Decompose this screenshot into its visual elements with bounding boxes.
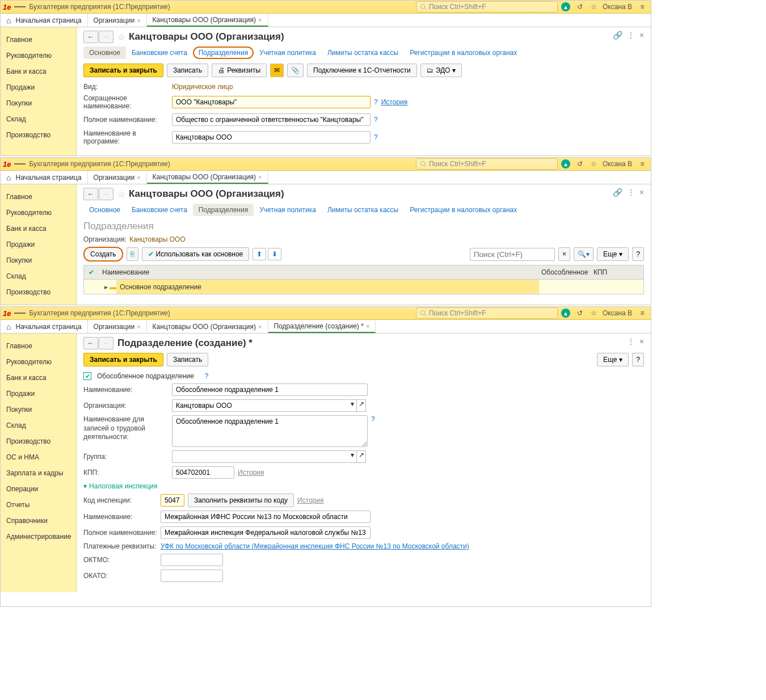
tab-home[interactable]: Начальная страница <box>1 320 88 333</box>
username[interactable]: Оксана В <box>603 3 632 11</box>
subtab-tax[interactable]: Регистрации в налоговых органах <box>404 47 523 59</box>
table-row[interactable]: ▸ ▬ Основное подразделение <box>83 280 644 294</box>
kebab-icon[interactable]: ⋮ <box>627 337 635 346</box>
bell-icon[interactable]: ▲ <box>559 307 572 319</box>
nav-operations[interactable]: Операции <box>6 481 76 497</box>
link-icon[interactable]: 🔗 <box>613 31 622 40</box>
history-icon[interactable]: ↺ <box>574 307 586 319</box>
settings-lines-icon[interactable]: ≡ <box>636 1 649 13</box>
subtab-policy[interactable]: Учетная политика <box>254 47 322 59</box>
star-icon[interactable]: ☆ <box>588 307 600 319</box>
move-up-button[interactable]: ⬆ <box>252 248 266 260</box>
username[interactable]: Оксана В <box>603 309 632 317</box>
nav-production[interactable]: Производство <box>6 127 76 143</box>
favorite-icon[interactable]: ☆ <box>117 32 125 43</box>
save-close-button[interactable]: Записать и закрыть <box>83 64 163 77</box>
copy-button[interactable]: ⎘ <box>127 247 138 261</box>
subtab-bank[interactable]: Банковские счета <box>126 47 193 59</box>
close-icon[interactable]: × <box>258 16 262 23</box>
history-link[interactable]: История <box>297 496 324 504</box>
back-button[interactable]: ← <box>83 188 98 200</box>
nav-sales[interactable]: Продажи <box>6 237 76 252</box>
bell-icon[interactable]: ▲ <box>559 1 572 13</box>
global-search[interactable]: Поиск Ctrl+Shift+F <box>416 1 558 12</box>
close-icon[interactable]: × <box>639 31 644 40</box>
back-button[interactable]: ← <box>83 31 98 43</box>
subtab-policy[interactable]: Учетная политика <box>254 204 322 216</box>
requisites-button[interactable]: 🖨Реквизиты <box>212 64 267 77</box>
subtab-tax[interactable]: Регистрации в налоговых органах <box>404 204 523 216</box>
kebab-icon[interactable]: ⋮ <box>627 188 635 197</box>
name-input[interactable] <box>172 383 368 396</box>
link-icon[interactable]: 🔗 <box>613 188 622 197</box>
nav-stock[interactable]: Склад <box>6 111 76 127</box>
subtab-cash[interactable]: Лимиты остатка кассы <box>322 204 404 216</box>
subtab-cash[interactable]: Лимиты остатка кассы <box>322 47 404 59</box>
tab-home[interactable]: Начальная страница <box>1 171 88 184</box>
close-icon[interactable]: × <box>639 337 644 346</box>
username[interactable]: Оксана В <box>603 160 632 168</box>
col-kpp[interactable]: КПП <box>591 268 643 276</box>
tfull-input[interactable] <box>161 526 371 539</box>
nav-production[interactable]: Производство <box>6 284 76 300</box>
help-icon[interactable]: ? <box>374 133 378 141</box>
oktmo-input[interactable] <box>161 554 223 566</box>
nav-sales[interactable]: Продажи <box>6 79 76 95</box>
close-icon[interactable]: × <box>137 323 140 330</box>
nav-bank[interactable]: Банк и касса <box>6 64 76 79</box>
history-icon[interactable]: ↺ <box>574 158 586 170</box>
tname-input[interactable] <box>161 511 371 523</box>
save-close-button[interactable]: Записать и закрыть <box>83 353 163 366</box>
global-search[interactable]: Поиск Ctrl+Shift+F <box>416 158 558 170</box>
nav-bank[interactable]: Банк и касса <box>6 221 76 237</box>
search-button[interactable]: 🔍▾ <box>574 247 594 261</box>
subtab-main[interactable]: Основное <box>83 204 126 216</box>
nav-sales[interactable]: Продажи <box>6 386 76 402</box>
forward-button[interactable]: → <box>99 188 113 200</box>
help-button[interactable]: ? <box>632 353 644 366</box>
more-button[interactable]: Еще ▾ <box>597 353 629 366</box>
close-icon[interactable]: × <box>258 323 262 330</box>
tab-org-card[interactable]: Канцтовары ООО (Организация)× <box>147 14 268 27</box>
nav-purchases[interactable]: Покупки <box>6 402 76 418</box>
history-icon[interactable]: ↺ <box>574 1 586 13</box>
tab-org-card[interactable]: Канцтовары ООО (Организация)× <box>147 320 268 333</box>
nav-main[interactable]: Главное <box>6 338 76 354</box>
check-column[interactable]: ✔ <box>84 268 99 276</box>
help-icon[interactable]: ? <box>205 372 209 380</box>
tab-home[interactable]: Начальная страница <box>1 14 88 27</box>
col-name[interactable]: Наименование <box>99 268 539 276</box>
open-icon[interactable]: ↗ <box>357 450 366 463</box>
nav-boss[interactable]: Руководителю <box>6 48 76 64</box>
nav-purchases[interactable]: Покупки <box>6 252 76 268</box>
nav-salary[interactable]: Зарплата и кадры <box>6 465 76 481</box>
close-icon[interactable]: × <box>366 323 369 330</box>
bell-icon[interactable]: ▲ <box>559 158 572 170</box>
dropdown-icon[interactable]: ▾ <box>348 450 357 463</box>
kpp-input[interactable] <box>172 466 234 479</box>
close-icon[interactable]: × <box>137 174 140 181</box>
mail-button[interactable]: ✉ <box>270 64 284 77</box>
nav-os[interactable]: ОС и НМА <box>6 449 76 465</box>
nav-purchases[interactable]: Покупки <box>6 95 76 111</box>
nav-catalogs[interactable]: Справочники <box>6 513 76 529</box>
clear-search-button[interactable]: × <box>558 247 570 261</box>
help-icon[interactable]: ? <box>374 116 378 124</box>
tab-organizations[interactable]: Организации× <box>88 171 147 184</box>
code-input[interactable] <box>161 494 184 507</box>
nav-bank[interactable]: Банк и касса <box>6 370 76 386</box>
tab-org-card[interactable]: Канцтовары ООО (Организация)× <box>147 171 268 184</box>
save-button[interactable]: Записать <box>167 64 208 77</box>
help-button[interactable]: ? <box>632 247 644 261</box>
kebab-icon[interactable]: ⋮ <box>627 31 635 40</box>
tab-division-create[interactable]: Подразделение (создание) *× <box>268 320 376 333</box>
menu-icon[interactable] <box>14 158 26 170</box>
help-icon[interactable]: ? <box>371 415 375 423</box>
pay-link[interactable]: УФК по Московской области (Межрайонная и… <box>161 542 469 550</box>
settings-lines-icon[interactable]: ≡ <box>636 158 649 170</box>
nav-boss[interactable]: Руководителю <box>6 205 76 221</box>
okato-input[interactable] <box>161 570 223 582</box>
dropdown-icon[interactable]: ▾ <box>348 399 357 412</box>
org-input[interactable] <box>172 399 348 412</box>
short-name-input[interactable] <box>172 96 371 108</box>
